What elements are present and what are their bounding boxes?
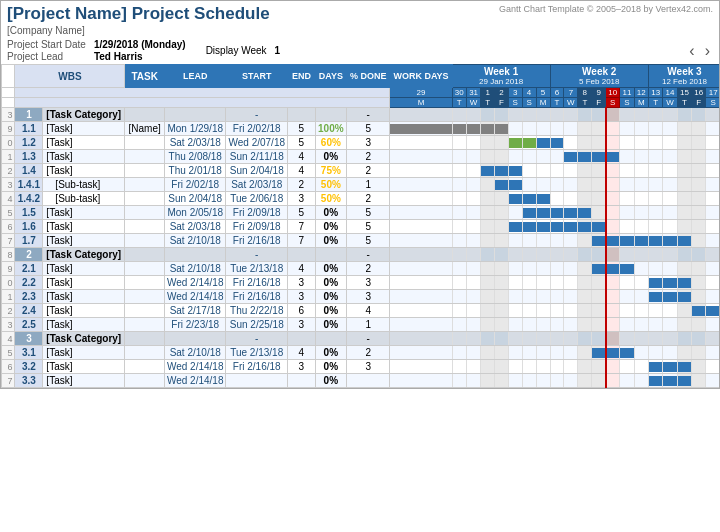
gantt-day-cell: [692, 332, 706, 346]
task-cell: [Task]: [43, 234, 125, 248]
gantt-day-cell: [706, 150, 719, 164]
nav-next-btn[interactable]: ›: [702, 42, 713, 60]
table-row: 02.2[Task]Wed 2/14/18Fri 2/16/1830%3: [2, 276, 720, 290]
gantt-day-cell: [508, 108, 522, 122]
project-start-label: Project Start Date: [7, 39, 86, 50]
display-week-value: 1: [275, 45, 281, 56]
start-cell: [164, 332, 226, 346]
days-cell: 3: [288, 318, 316, 332]
gantt-day-cell: [663, 290, 677, 304]
start-cell: [164, 108, 226, 122]
nav-prev-btn[interactable]: ‹: [686, 42, 697, 60]
gantt-day-cell: [606, 178, 620, 192]
gantt-day-cell: [663, 332, 677, 346]
company-name: [Company Name]: [7, 25, 270, 36]
task-cell: [Task]: [43, 136, 125, 150]
workdays-cell: 5: [346, 234, 390, 248]
gantt-day-cell: [536, 304, 550, 318]
wbs-cell: 1.4.2: [15, 192, 43, 206]
gantt-day-cell: [677, 178, 691, 192]
gantt-day-cell: [592, 108, 606, 122]
week2-header: Week 2 5 Feb 2018: [550, 65, 648, 88]
gantt-day-cell: [550, 346, 564, 360]
gantt-day-cell: [634, 206, 648, 220]
gantt-day-cell: [692, 150, 706, 164]
gantt-day-cell: [481, 360, 495, 374]
task-cell: [Task]: [43, 164, 125, 178]
wbs-cell: 1.1: [15, 122, 43, 136]
gantt-day-cell: [452, 318, 466, 332]
start-cell: Sat 2/03/18: [164, 136, 226, 150]
table-row: 32.5[Task]Fri 2/23/18Sun 2/25/1830%1: [2, 318, 720, 332]
workdays-cell: -: [346, 332, 390, 346]
task-cell: [Task]: [43, 346, 125, 360]
gantt-day-cell: [592, 234, 606, 248]
gantt-day-cell: [522, 276, 536, 290]
gantt-day-cell: [692, 192, 706, 206]
gantt-day-cell: [522, 206, 536, 220]
gantt-day-cell: [606, 262, 620, 276]
wbs-cell: 1: [15, 108, 43, 122]
gantt-day-cell: [706, 346, 719, 360]
gantt-day-cell: [578, 248, 592, 262]
gantt-day-cell: [620, 150, 634, 164]
gantt-day-cell: [508, 304, 522, 318]
gantt-day-cell: [495, 192, 509, 206]
gantt-day-cell: [522, 178, 536, 192]
task-col-header: TASK: [125, 65, 165, 88]
project-start-value: 1/29/2018 (Monday): [94, 39, 186, 50]
start-cell: Mon 2/05/18: [164, 206, 226, 220]
gantt-day-cell: [452, 290, 466, 304]
end-cell: -: [226, 108, 288, 122]
gantt-day-cell: [578, 318, 592, 332]
done-cell: 100%: [315, 122, 346, 136]
gantt-day-cell: [606, 248, 620, 262]
gantt-day-cell: [550, 178, 564, 192]
gantt-day-cell: [592, 360, 606, 374]
gantt-day-cell: [578, 234, 592, 248]
workdays-cell: 2: [346, 346, 390, 360]
gantt-day-cell: [620, 374, 634, 388]
table-row: 11.3[Task]Thu 2/08/18Sun 2/11/1840%2: [2, 150, 720, 164]
days-cell: [288, 108, 316, 122]
gantt-day-cell: [706, 262, 719, 276]
gantt-day-cell: [606, 192, 620, 206]
gantt-day-cell: [522, 220, 536, 234]
gantt-day-cell: [508, 346, 522, 360]
gantt-day-cell: [481, 220, 495, 234]
lead-cell: [125, 304, 165, 318]
lead-cell: [125, 262, 165, 276]
gantt-day-cell: [564, 178, 578, 192]
done-cell: 0%: [315, 220, 346, 234]
gantt-day-cell: [663, 122, 677, 136]
gantt-day-cell: [606, 206, 620, 220]
gantt-day-cell: [550, 150, 564, 164]
gantt-day-cell: [536, 374, 550, 388]
gantt-day-cell: [522, 108, 536, 122]
gantt-day-cell: [634, 108, 648, 122]
gantt-day-cell: [390, 248, 452, 262]
gantt-day-cell: [481, 290, 495, 304]
end-cell: Fri 2/16/18: [226, 276, 288, 290]
gantt-day-cell: [536, 276, 550, 290]
wbs-cell: 3.1: [15, 346, 43, 360]
gantt-day-cell: [481, 332, 495, 346]
lead-cell: [125, 318, 165, 332]
gantt-day-cell: [536, 346, 550, 360]
start-col-header: START: [226, 65, 288, 88]
gantt-day-cell: [452, 262, 466, 276]
gantt-day-cell: [495, 276, 509, 290]
workdays-cell: 1: [346, 178, 390, 192]
days-cell: [288, 374, 316, 388]
gantt-day-cell: [648, 150, 662, 164]
gantt-day-cell: [390, 206, 452, 220]
done-cell: 0%: [315, 150, 346, 164]
gantt-day-cell: [481, 192, 495, 206]
wbs-cell: 3.3: [15, 374, 43, 388]
gantt-day-cell: [390, 346, 452, 360]
end-cell: Fri 2/09/18: [226, 206, 288, 220]
done-cell: 0%: [315, 374, 346, 388]
table-row: 63.2[Task]Wed 2/14/18Fri 2/16/1830%3: [2, 360, 720, 374]
days-col-header: DAYS: [315, 65, 346, 88]
lead-cell: [125, 206, 165, 220]
